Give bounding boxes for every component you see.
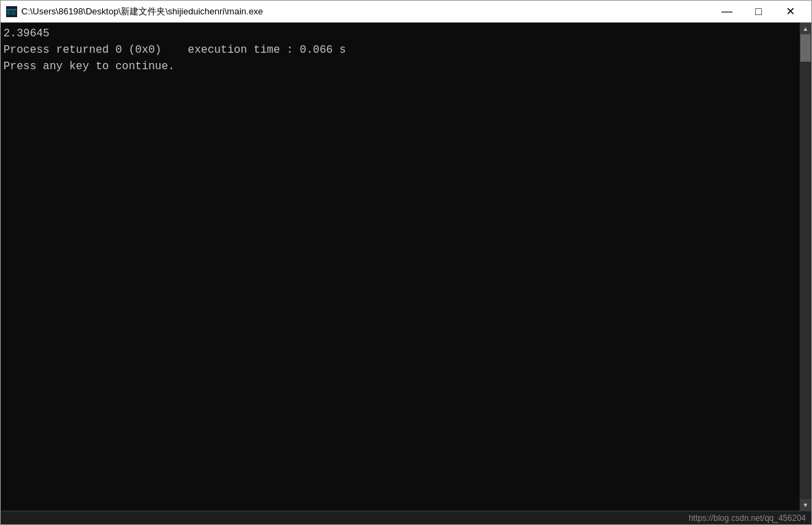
maximize-button[interactable]: □ xyxy=(743,1,774,23)
console-body: 2.39645 Process returned 0 (0x0) executi… xyxy=(1,23,811,511)
minimize-button[interactable]: — xyxy=(711,1,743,23)
scroll-track[interactable] xyxy=(800,34,811,499)
window-controls: — □ ✕ xyxy=(711,1,806,23)
scroll-up-button[interactable]: ▲ xyxy=(800,23,811,34)
scroll-down-button[interactable]: ▼ xyxy=(800,499,811,511)
output-line-2: Process returned 0 (0x0) execution time … xyxy=(3,42,797,58)
close-button[interactable]: ✕ xyxy=(774,1,806,23)
app-icon: C:\ xyxy=(6,6,17,17)
output-line-1: 2.39645 xyxy=(3,25,797,42)
csdn-url: https://blog.csdn.net/qq_456204 xyxy=(689,513,806,523)
scroll-thumb[interactable] xyxy=(800,34,811,62)
svg-text:C:\: C:\ xyxy=(8,10,15,15)
output-line-3: Press any key to continue. xyxy=(3,58,797,75)
main-window: C:\ C:\Users\86198\Desktop\新建文件夹\shijied… xyxy=(0,0,812,525)
window-title: C:\Users\86198\Desktop\新建文件夹\shijieduich… xyxy=(21,5,706,18)
console-content: 2.39645 Process returned 0 (0x0) executi… xyxy=(1,23,800,511)
vertical-scrollbar: ▲ ▼ xyxy=(800,23,811,511)
title-bar: C:\ C:\Users\86198\Desktop\新建文件夹\shijied… xyxy=(1,1,811,23)
bottom-bar: https://blog.csdn.net/qq_456204 xyxy=(1,511,811,524)
